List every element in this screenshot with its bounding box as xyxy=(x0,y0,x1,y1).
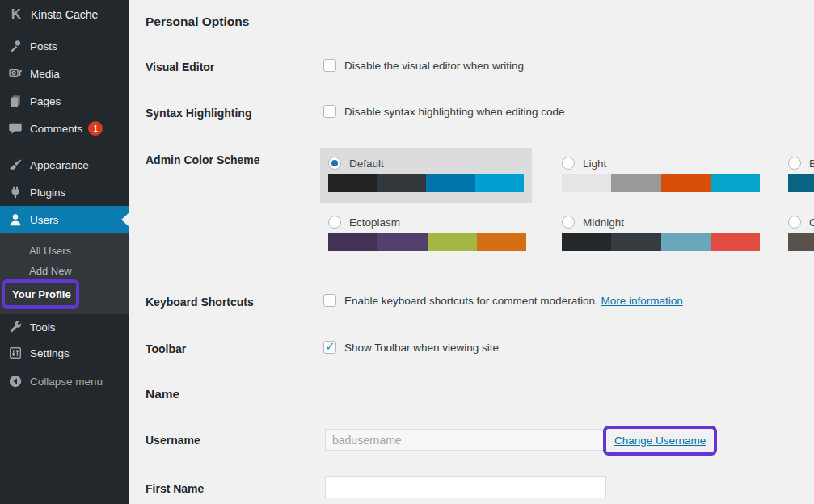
sidebar-item-label: Appearance xyxy=(30,159,89,171)
sidebar-item-plugins[interactable]: Plugins xyxy=(0,178,129,206)
admin-color-scheme-label: Admin Color Scheme xyxy=(146,153,260,166)
first-name-input[interactable] xyxy=(325,476,606,498)
color-scheme-option-coffee[interactable]: Coffee xyxy=(788,216,814,251)
toolbar-option-text: Show Toolbar when viewing site xyxy=(344,341,499,354)
keyboard-shortcuts-label: Keyboard Shortcuts xyxy=(146,296,254,309)
keyboard-shortcuts-option-text: Enable keyboard shortcuts for comment mo… xyxy=(344,295,598,307)
sidebar-item-label: Users xyxy=(30,214,58,226)
sidebar-item-label: Tools xyxy=(30,321,56,334)
toolbar-checkbox[interactable] xyxy=(323,341,336,354)
media-icon xyxy=(8,66,23,81)
username-input xyxy=(325,429,605,451)
change-username-link[interactable]: Change Username xyxy=(614,435,706,447)
toolbar-option: Show Toolbar when viewing site xyxy=(323,341,499,354)
sidebar-item-label: Pages xyxy=(30,95,61,107)
sidebar-item-users[interactable]: Users xyxy=(0,206,129,233)
profile-settings-panel: Personal Options Visual Editor Disable t… xyxy=(129,0,814,504)
submenu-item-add-new[interactable]: Add New xyxy=(29,262,72,279)
color-scheme-radio-light[interactable] xyxy=(562,157,575,170)
keyboard-shortcuts-checkbox[interactable] xyxy=(323,294,336,307)
sidebar-item-label: Posts xyxy=(30,40,57,52)
color-scheme-swatches xyxy=(328,174,524,192)
syntax-highlighting-option: Disable syntax highlighting when editing… xyxy=(323,105,564,118)
change-username-highlight-box: Change Username xyxy=(603,426,717,456)
username-label: Username xyxy=(146,434,200,447)
plugin-icon xyxy=(8,185,23,200)
syntax-highlighting-label: Syntax Highlighting xyxy=(146,107,251,120)
comments-count-badge: 1 xyxy=(88,121,103,136)
users-submenu: All Users Add New Your Profile xyxy=(0,233,129,314)
color-scheme-name: Default xyxy=(349,158,384,170)
wrench-icon xyxy=(8,320,23,334)
color-scheme-swatches xyxy=(328,233,526,251)
color-scheme-swatches xyxy=(562,174,760,192)
color-scheme-swatches xyxy=(788,233,814,251)
submenu-item-all-users[interactable]: All Users xyxy=(29,242,71,259)
color-scheme-name: Coffee xyxy=(809,216,814,229)
color-scheme-option-ectoplasm[interactable]: Ectoplasm xyxy=(328,216,526,251)
sidebar-item-label: Plugins xyxy=(30,187,65,199)
color-scheme-name: Blue xyxy=(809,158,814,170)
sidebar-item-label: Collapse menu xyxy=(30,376,103,388)
visual-editor-label: Visual Editor xyxy=(146,61,214,74)
color-scheme-name: Ectoplasm xyxy=(349,216,400,229)
color-scheme-radio-blue[interactable] xyxy=(788,157,801,170)
color-scheme-radio-coffee[interactable] xyxy=(788,216,801,229)
kinsta-logo-icon: K xyxy=(9,6,23,23)
sidebar-item-label: Settings xyxy=(30,347,70,359)
pin-icon xyxy=(8,39,23,53)
sidebar-item-media[interactable]: Media xyxy=(0,60,129,87)
color-scheme-option-default[interactable]: Default xyxy=(320,148,532,203)
color-scheme-option-midnight[interactable]: Midnight xyxy=(562,216,760,251)
syntax-highlighting-option-text: Disable syntax highlighting when editing… xyxy=(344,105,564,118)
your-profile-highlight-box: Your Profile xyxy=(2,279,79,309)
pages-icon xyxy=(8,94,23,108)
sidebar-item-comments[interactable]: Comments 1 xyxy=(0,115,129,142)
sidebar-item-appearance[interactable]: Appearance xyxy=(0,151,129,178)
settings-sliders-icon xyxy=(8,346,23,360)
color-scheme-option-blue[interactable]: Blue xyxy=(788,157,814,192)
section-heading-personal-options: Personal Options xyxy=(146,15,249,29)
color-scheme-radio-midnight[interactable] xyxy=(562,216,575,229)
first-name-label: First Name xyxy=(146,482,204,495)
active-menu-arrow xyxy=(121,212,129,227)
submenu-item-your-profile[interactable]: Your Profile xyxy=(12,288,71,300)
keyboard-shortcuts-option: Enable keyboard shortcuts for comment mo… xyxy=(323,294,683,307)
brand-label: Kinsta Cache xyxy=(31,8,98,21)
sidebar-item-label: Media xyxy=(30,68,60,80)
brush-icon xyxy=(8,158,23,172)
sidebar-item-collapse-menu[interactable]: Collapse menu xyxy=(0,368,129,395)
color-scheme-swatches xyxy=(562,233,760,251)
wordpress-admin-page: K Kinsta Cache Posts Media Pages Comment… xyxy=(0,0,814,504)
visual-editor-option: Disable the visual editor when writing xyxy=(323,59,524,72)
toolbar-label: Toolbar xyxy=(146,342,186,355)
sidebar-item-label: Comments xyxy=(30,123,82,135)
color-scheme-name: Light xyxy=(583,158,606,170)
sidebar-item-pages[interactable]: Pages xyxy=(0,87,129,115)
color-scheme-swatches xyxy=(788,174,814,192)
syntax-highlighting-checkbox[interactable] xyxy=(323,105,336,118)
visual-editor-option-text: Disable the visual editor when writing xyxy=(344,59,524,72)
color-scheme-option-light[interactable]: Light xyxy=(562,157,760,192)
section-heading-name: Name xyxy=(146,387,179,401)
visual-editor-checkbox[interactable] xyxy=(323,59,336,72)
sidebar-item-settings[interactable]: Settings xyxy=(0,339,129,367)
comment-icon xyxy=(8,121,23,136)
sidebar-brand[interactable]: K Kinsta Cache xyxy=(0,0,129,29)
more-information-link[interactable]: More information xyxy=(601,295,682,307)
color-scheme-radio-ectoplasm[interactable] xyxy=(328,216,341,229)
sidebar-item-posts[interactable]: Posts xyxy=(0,32,129,60)
color-scheme-radio-default[interactable] xyxy=(328,157,341,170)
color-scheme-name: Midnight xyxy=(583,216,624,229)
admin-sidebar: K Kinsta Cache Posts Media Pages Comment… xyxy=(0,0,129,504)
user-icon xyxy=(8,212,23,227)
sidebar-item-tools[interactable]: Tools xyxy=(0,313,129,341)
collapse-icon xyxy=(8,374,23,388)
